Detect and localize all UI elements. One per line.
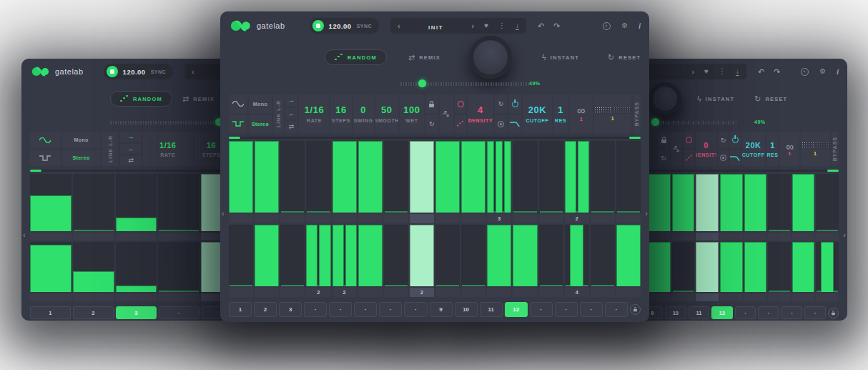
- step-button[interactable]: ·: [555, 302, 578, 317]
- step-button[interactable]: ·: [735, 306, 756, 319]
- step-button[interactable]: ·: [758, 306, 779, 319]
- divider-cell[interactable]: [229, 288, 253, 297]
- step-button[interactable]: 2: [73, 306, 114, 319]
- backward-arrow-button[interactable]: ←: [285, 108, 298, 120]
- divider-cell[interactable]: [720, 293, 743, 301]
- divider-cell[interactable]: 3: [487, 214, 511, 223]
- divider-cell[interactable]: [30, 233, 71, 240]
- step-button[interactable]: 1: [229, 302, 252, 317]
- info-icon[interactable]: i: [837, 68, 839, 76]
- seq-step-cell[interactable]: [435, 225, 460, 286]
- refresh-icon[interactable]: ↻: [425, 115, 438, 133]
- settings-gear-icon[interactable]: ⚙: [621, 22, 628, 29]
- target-icon[interactable]: [718, 150, 729, 166]
- reset-button[interactable]: ↻ RESET: [608, 54, 641, 62]
- bpm-value[interactable]: 120.00: [123, 68, 146, 76]
- mono-button[interactable]: Mono: [249, 94, 272, 113]
- info-icon[interactable]: i: [638, 22, 641, 30]
- backward-arrow-button[interactable]: ←: [120, 144, 141, 155]
- sync-label[interactable]: SYNC: [151, 69, 166, 74]
- scroll-left-icon[interactable]: ‹: [23, 230, 26, 239]
- link-lr-button[interactable]: LINK L-R: [273, 94, 284, 133]
- swing-cell[interactable]: 0 SWING: [353, 94, 374, 133]
- divider-cell[interactable]: [744, 233, 767, 240]
- pingpong-arrow-button[interactable]: ⇄: [285, 121, 298, 133]
- texture-swatch-a[interactable]: [801, 142, 814, 149]
- shuffle-cell[interactable]: ↗↘: [671, 132, 682, 166]
- instant-button[interactable]: ϟ INSTANT: [542, 54, 579, 62]
- divider-cell[interactable]: [768, 233, 791, 240]
- link-lr-button[interactable]: LINK L-R: [102, 132, 119, 166]
- main-knob[interactable]: [648, 82, 681, 115]
- preset-next-button[interactable]: ›: [472, 22, 475, 30]
- seq-step-cell[interactable]: [358, 225, 383, 286]
- reset-button[interactable]: ↻ RESET: [754, 95, 787, 103]
- divider-cell[interactable]: [384, 214, 408, 223]
- theme-toggle-icon[interactable]: [603, 22, 611, 30]
- step-button[interactable]: 11: [689, 306, 710, 319]
- step-button[interactable]: ·: [605, 302, 628, 317]
- slider-handle[interactable]: [418, 79, 426, 87]
- seq-step-cell[interactable]: [539, 141, 563, 213]
- save-download-icon[interactable]: ↓: [516, 22, 519, 30]
- undo-icon[interactable]: ↶: [758, 67, 764, 77]
- density-circle-icon[interactable]: [455, 94, 466, 113]
- preset-name[interactable]: INIT: [428, 24, 443, 31]
- seq-step-cell[interactable]: [158, 174, 199, 231]
- divider-cell[interactable]: [229, 214, 253, 223]
- lock-icon[interactable]: [425, 94, 438, 113]
- seq-step-cell[interactable]: [513, 225, 537, 286]
- seq-step-cell[interactable]: [591, 141, 615, 213]
- redo-icon[interactable]: ↷: [774, 67, 780, 77]
- gate-slider[interactable]: 49%: [653, 116, 744, 129]
- step-button[interactable]: ·: [329, 302, 352, 317]
- seq-step-cell[interactable]: [768, 242, 791, 292]
- divider-cell[interactable]: [591, 288, 615, 297]
- seq-step-cell[interactable]: [384, 141, 408, 213]
- sync-label[interactable]: SYNC: [357, 24, 372, 29]
- step-button[interactable]: 9: [430, 302, 453, 317]
- density-cell[interactable]: 4 DENSITY: [468, 94, 493, 133]
- seq-step-cell[interactable]: [73, 242, 114, 292]
- pingpong-arrow-button[interactable]: ⇄: [120, 155, 141, 166]
- seq-step-cell[interactable]: [720, 242, 743, 292]
- divider-cell[interactable]: [591, 214, 615, 223]
- divider-cell[interactable]: 2: [306, 288, 330, 297]
- divider-cell[interactable]: [792, 233, 815, 240]
- step-button[interactable]: 10: [665, 306, 686, 319]
- divider-cell[interactable]: [435, 288, 460, 297]
- density-dice-icon[interactable]: [684, 150, 694, 166]
- divider-cell[interactable]: [487, 288, 511, 297]
- seq-step-cell[interactable]: [648, 174, 671, 231]
- res-cell[interactable]: 1 RES: [766, 132, 779, 166]
- step-button[interactable]: ·: [781, 306, 803, 319]
- shuffle-cell[interactable]: ↗↘: [440, 94, 453, 133]
- scroll-right-icon[interactable]: ›: [843, 230, 846, 239]
- divider-cell[interactable]: [255, 288, 279, 297]
- seq-step-cell[interactable]: [229, 225, 253, 286]
- remix-button[interactable]: ⇄ REMIX: [182, 95, 214, 103]
- divider-cell[interactable]: [116, 293, 157, 301]
- seq-step-cell[interactable]: [816, 174, 839, 231]
- seq-step-cell[interactable]: [384, 225, 408, 286]
- seq-step-cell[interactable]: [30, 242, 71, 292]
- steps-lock-icon[interactable]: [630, 304, 641, 315]
- res-cell[interactable]: 1 RES: [553, 94, 568, 133]
- more-kebab-icon[interactable]: ⋮: [498, 22, 505, 29]
- divider-cell[interactable]: [280, 288, 305, 297]
- cycle-icon[interactable]: ↻: [495, 94, 508, 113]
- divider-cell[interactable]: [410, 214, 434, 223]
- density-cell[interactable]: 0 DENSITY: [696, 132, 716, 166]
- divider-cell[interactable]: [672, 293, 695, 301]
- seq-step-cell[interactable]: [332, 141, 357, 213]
- seq-step-cell[interactable]: [461, 141, 485, 213]
- divider-cell[interactable]: [384, 288, 408, 297]
- cutoff-cell[interactable]: 20K CUTOFF: [742, 132, 765, 166]
- texture-swatch-a[interactable]: [594, 107, 611, 114]
- divider-cell[interactable]: [672, 233, 695, 240]
- filter-curve-icon[interactable]: [508, 115, 521, 133]
- remix-button[interactable]: ⇄ REMIX: [408, 54, 440, 62]
- more-kebab-icon[interactable]: ⋮: [719, 68, 726, 75]
- play-button[interactable]: [312, 20, 324, 31]
- lock-icon[interactable]: [658, 132, 669, 148]
